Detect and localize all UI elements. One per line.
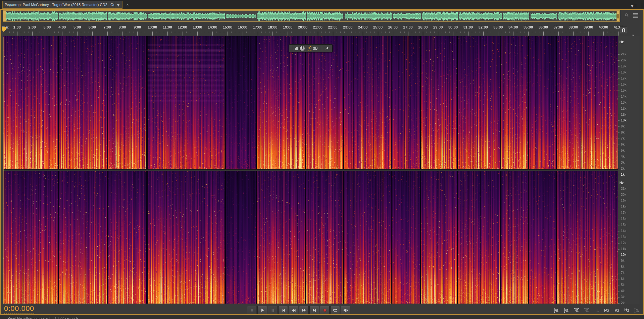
pin-icon[interactable] <box>325 46 329 51</box>
chevron-down-icon[interactable]: ▾ <box>114 1 122 8</box>
zoom-out-vertical-button[interactable] <box>562 307 571 315</box>
freq-axis-label: 18k <box>621 205 627 209</box>
stop-button[interactable] <box>247 306 257 314</box>
skip-to-start-button[interactable] <box>278 306 288 314</box>
freq-axis-label: 4k <box>621 155 625 158</box>
pause-button[interactable] <box>268 306 278 314</box>
frequency-axis[interactable]: Hz21k20k19k18k17k16k15k14k13k12k11k10k9k… <box>618 36 640 304</box>
ruler-minute-label: 36:00 <box>539 25 548 29</box>
freq-axis-label: 12k <box>621 241 627 245</box>
freq-axis-tick <box>618 303 620 304</box>
zoom-to-in-point-button[interactable] <box>602 307 611 315</box>
freq-axis-label: 20k <box>621 193 627 197</box>
ruler-minute-label: 17:00 <box>253 25 262 29</box>
panel-gripper-icon[interactable] <box>641 1 643 8</box>
ruler-minute-label: 14:00 <box>208 25 217 29</box>
freq-axis-label: 15k <box>621 223 627 227</box>
freq-axis-label: 20k <box>621 58 627 62</box>
reset-vertical-zoom-button[interactable] <box>633 307 641 315</box>
gain-knob[interactable] <box>299 46 305 51</box>
ruler-minute-label: 38:00 <box>568 25 578 29</box>
freq-axis-label: 16k <box>621 83 627 86</box>
freq-axis-label: 3k <box>621 161 625 164</box>
freq-axis-label: 18k <box>621 70 627 74</box>
hud-divider <box>322 46 322 51</box>
overview-range-right-handle[interactable] <box>616 11 620 21</box>
ruler-minute-label: 27:00 <box>403 25 413 29</box>
ruler-minute-label: 34:00 <box>508 25 518 29</box>
freq-axis-tick <box>618 261 620 261</box>
tab-title: Редактор: Paul McCartney - Tug of War (2… <box>3 3 114 7</box>
zoom-in-vertical-button[interactable] <box>552 307 561 315</box>
gain-hud[interactable]: +0 dB <box>289 44 333 52</box>
freq-axis-label: 6k <box>621 277 625 281</box>
zoom-to-out-point-button[interactable] <box>612 307 621 315</box>
zoom-in-horizontal-button[interactable] <box>572 307 581 315</box>
fast-forward-button[interactable] <box>299 306 309 314</box>
freq-axis-tick <box>618 91 620 91</box>
ruler-minute-label: 26:00 <box>388 25 398 29</box>
ruler-minute-label: 32:00 <box>479 25 488 29</box>
freq-axis-tick <box>618 291 620 291</box>
ruler-minute-label: 5:00 <box>73 25 81 29</box>
rewind-button[interactable] <box>289 306 298 314</box>
overview-menu-icon[interactable] <box>633 13 639 18</box>
freq-axis-label: 7k <box>621 137 625 140</box>
freq-axis-tick <box>618 60 620 61</box>
gain-unit-label: dB <box>313 46 318 51</box>
channel-divider <box>3 169 618 170</box>
freq-axis-label: 16k <box>621 217 627 221</box>
freq-axis-label: 6k <box>621 143 625 146</box>
editor-tab[interactable]: Редактор: Paul McCartney - Tug of War (2… <box>2 1 122 9</box>
ruler-minute-label: 18:00 <box>268 25 277 29</box>
overview-waveform[interactable] <box>3 11 620 21</box>
ruler-minute-label: 30:00 <box>448 25 458 29</box>
ruler-minute-label: 39:00 <box>584 25 593 29</box>
freq-axis-tick <box>618 132 620 133</box>
freq-axis-tick <box>618 273 620 273</box>
overview-zoom-icon[interactable] <box>624 12 629 18</box>
freq-axis-label: 5k <box>621 149 625 152</box>
freq-axis-label: 3k <box>621 295 625 299</box>
zoom-to-selection-button[interactable] <box>623 307 631 315</box>
freq-axis-tick <box>618 201 620 201</box>
gain-value[interactable]: +0 <box>307 46 312 51</box>
zoom-reset-button[interactable] <box>592 307 601 315</box>
freq-axis-label: 15k <box>621 89 627 92</box>
freq-axis-label: 14k <box>621 229 627 233</box>
loop-playback-button[interactable] <box>330 306 340 314</box>
freq-axis-tick <box>618 145 620 145</box>
spectrogram-channel-right[interactable] <box>3 171 618 304</box>
freq-axis-tick <box>618 163 620 163</box>
panel-menu-icon[interactable]: ▾≡ <box>631 3 637 9</box>
freq-axis-tick <box>618 169 620 169</box>
ruler-minute-label: 25:00 <box>373 25 383 29</box>
ruler-minute-label: 13:00 <box>193 25 202 29</box>
ruler-minute-label: 28:00 <box>418 25 428 29</box>
timeline-ruler[interactable]: чмс 1:002:003:004:005:006:007:008:009:00… <box>1 22 619 37</box>
freq-axis-label: 12k <box>621 107 627 110</box>
ruler-minute-label: 31:00 <box>463 25 473 29</box>
freq-axis-unit: Hz <box>620 181 624 185</box>
snap-magnet-button[interactable] <box>620 26 627 33</box>
freq-axis-label: 2k <box>621 167 625 170</box>
skip-to-end-button[interactable] <box>309 306 319 314</box>
skip-selection-button[interactable] <box>341 306 350 314</box>
audition-window: Редактор: Paul McCartney - Tug of War (2… <box>0 0 644 319</box>
tab-close-icon[interactable]: × <box>125 2 131 8</box>
playback-time-display[interactable]: 0:00.000 <box>4 304 34 314</box>
file-overview-strip[interactable] <box>3 10 620 22</box>
ruler-minute-label: 40:00 <box>599 25 608 29</box>
freq-axis-label: 17k <box>621 76 627 80</box>
freq-axis-tick <box>618 189 620 189</box>
freq-axis-tick <box>618 97 620 97</box>
overview-range-left-handle[interactable] <box>3 11 6 21</box>
play-button[interactable] <box>257 306 267 314</box>
freq-axis-tick <box>618 279 620 279</box>
record-button[interactable] <box>320 306 330 314</box>
status-bar: Read libsndfile completed in 13.77 secon… <box>0 315 644 319</box>
spectrogram-channel-left[interactable] <box>3 36 618 169</box>
freq-axis-tick <box>618 151 620 151</box>
hud-gripper-icon[interactable] <box>290 46 292 51</box>
zoom-out-horizontal-button[interactable] <box>582 307 591 315</box>
